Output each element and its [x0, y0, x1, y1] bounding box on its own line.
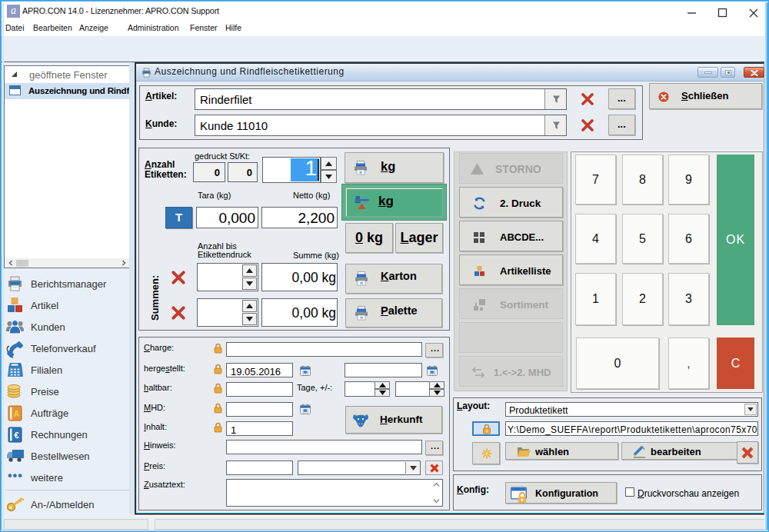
- svg-text:A: A: [14, 409, 20, 418]
- svg-text:€: €: [14, 431, 18, 440]
